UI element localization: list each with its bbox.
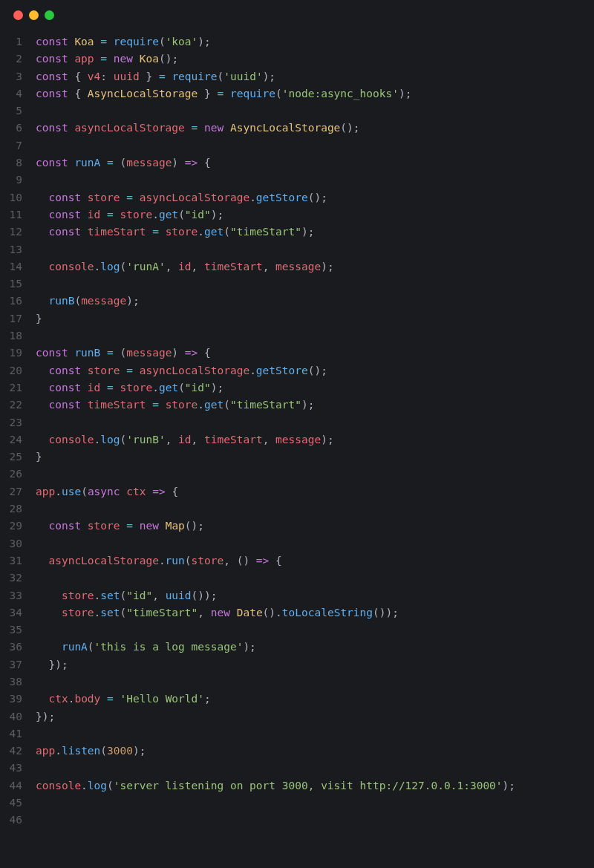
code-line[interactable]: asyncLocalStorage.run(store, () => { [36, 552, 594, 570]
code-line[interactable] [36, 241, 594, 258]
code-line[interactable]: const timeStart = store.get("timeStart")… [36, 397, 594, 414]
line-number: 37 [0, 656, 22, 673]
code-line[interactable]: console.log('runA', id, timeStart, messa… [36, 258, 594, 275]
code-line[interactable] [36, 102, 594, 120]
line-number: 21 [0, 379, 22, 397]
code-line[interactable]: const id = store.get("id"); [36, 379, 594, 397]
close-icon[interactable] [13, 10, 23, 20]
code-line[interactable] [36, 673, 594, 691]
line-number: 32 [0, 570, 22, 587]
line-number: 38 [0, 673, 22, 691]
line-number: 12 [0, 223, 22, 241]
code-line[interactable]: store.set("timeStart", new Date().toLoca… [36, 604, 594, 621]
line-number: 6 [0, 120, 22, 137]
code-line[interactable]: store.set("id", uuid()); [36, 587, 594, 604]
code-editor-window: 1234567891011121314151617181920212223242… [0, 0, 594, 868]
line-number: 35 [0, 621, 22, 639]
code-line[interactable] [36, 414, 594, 431]
line-number: 44 [0, 777, 22, 794]
code-line[interactable]: const id = store.get("id"); [36, 206, 594, 223]
code-line[interactable]: const timeStart = store.get("timeStart")… [36, 223, 594, 241]
code-line[interactable]: app.use(async ctx => { [36, 483, 594, 500]
code-line[interactable]: } [36, 448, 594, 466]
editor-area[interactable]: 1234567891011121314151617181920212223242… [0, 27, 594, 829]
line-number: 2 [0, 50, 22, 68]
code-line[interactable]: const Koa = require('koa'); [36, 33, 594, 50]
line-number: 4 [0, 85, 22, 102]
code-line[interactable]: const runB = (message) => { [36, 345, 594, 362]
code-line[interactable] [36, 794, 594, 812]
code-line[interactable]: }); [36, 656, 594, 673]
code-content[interactable]: const Koa = require('koa');const app = n… [36, 33, 594, 829]
maximize-icon[interactable] [45, 10, 54, 20]
code-line[interactable]: } [36, 310, 594, 327]
line-number: 36 [0, 639, 22, 656]
code-line[interactable] [36, 535, 594, 552]
code-line[interactable] [36, 137, 594, 154]
code-line[interactable]: runB(message); [36, 293, 594, 310]
minimize-icon[interactable] [29, 10, 39, 20]
line-number: 33 [0, 587, 22, 604]
line-number: 42 [0, 743, 22, 760]
line-number: 24 [0, 431, 22, 448]
line-number: 9 [0, 172, 22, 189]
line-number: 46 [0, 812, 22, 829]
code-line[interactable]: const asyncLocalStorage = new AsyncLocal… [36, 120, 594, 137]
code-line[interactable] [36, 621, 594, 639]
window-titlebar [0, 0, 594, 27]
code-line[interactable]: const store = asyncLocalStorage.getStore… [36, 362, 594, 379]
line-number: 18 [0, 327, 22, 345]
line-number: 25 [0, 448, 22, 466]
line-number-gutter: 1234567891011121314151617181920212223242… [0, 33, 36, 829]
code-line[interactable]: const store = new Map(); [36, 518, 594, 535]
code-line[interactable]: app.listen(3000); [36, 743, 594, 760]
code-line[interactable] [36, 812, 594, 829]
code-line[interactable] [36, 275, 594, 293]
line-number: 5 [0, 102, 22, 120]
line-number: 1 [0, 33, 22, 50]
line-number: 23 [0, 414, 22, 431]
code-line[interactable] [36, 725, 594, 743]
line-number: 28 [0, 500, 22, 518]
code-line[interactable]: const store = asyncLocalStorage.getStore… [36, 189, 594, 206]
line-number: 7 [0, 137, 22, 154]
line-number: 29 [0, 518, 22, 535]
line-number: 26 [0, 466, 22, 483]
code-line[interactable]: console.log('server listening on port 30… [36, 777, 594, 794]
line-number: 43 [0, 760, 22, 777]
code-line[interactable]: const { AsyncLocalStorage } = require('n… [36, 85, 594, 102]
code-line[interactable]: const runA = (message) => { [36, 154, 594, 172]
code-line[interactable]: const app = new Koa(); [36, 50, 594, 68]
line-number: 15 [0, 275, 22, 293]
line-number: 8 [0, 154, 22, 172]
line-number: 39 [0, 691, 22, 708]
line-number: 17 [0, 310, 22, 327]
line-number: 20 [0, 362, 22, 379]
code-line[interactable] [36, 760, 594, 777]
line-number: 45 [0, 794, 22, 812]
line-number: 31 [0, 552, 22, 570]
line-number: 22 [0, 397, 22, 414]
code-line[interactable]: const { v4: uuid } = require('uuid'); [36, 68, 594, 85]
line-number: 34 [0, 604, 22, 621]
line-number: 11 [0, 206, 22, 223]
line-number: 13 [0, 241, 22, 258]
line-number: 30 [0, 535, 22, 552]
line-number: 19 [0, 345, 22, 362]
code-line[interactable] [36, 466, 594, 483]
code-line[interactable] [36, 500, 594, 518]
code-line[interactable]: runA('this is a log message'); [36, 639, 594, 656]
line-number: 16 [0, 293, 22, 310]
line-number: 40 [0, 708, 22, 725]
code-line[interactable] [36, 570, 594, 587]
line-number: 27 [0, 483, 22, 500]
line-number: 14 [0, 258, 22, 275]
line-number: 41 [0, 725, 22, 743]
line-number: 10 [0, 189, 22, 206]
line-number: 3 [0, 68, 22, 85]
code-line[interactable]: console.log('runB', id, timeStart, messa… [36, 431, 594, 448]
code-line[interactable]: ctx.body = 'Hello World'; [36, 691, 594, 708]
code-line[interactable] [36, 327, 594, 345]
code-line[interactable]: }); [36, 708, 594, 725]
code-line[interactable] [36, 172, 594, 189]
